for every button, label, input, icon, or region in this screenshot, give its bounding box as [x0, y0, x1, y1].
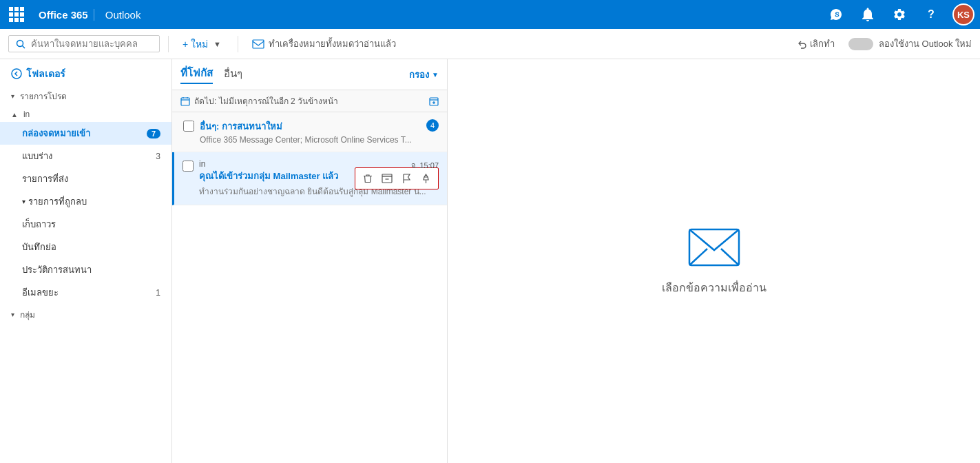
junk-badge: 1 — [156, 288, 160, 298]
flag-email-button[interactable] — [398, 170, 415, 187]
search-bar[interactable] — [8, 35, 160, 52]
svg-rect-13 — [382, 174, 392, 176]
favorites-chevron: ▾ — [11, 92, 14, 100]
in-chevron: ▲ — [11, 111, 18, 119]
folders-header[interactable]: โฟลเดอร์ — [0, 59, 171, 85]
skype-icon[interactable] — [826, 4, 846, 25]
email-folder-2: in — [199, 159, 205, 169]
svg-point-3 — [12, 69, 21, 79]
tab-focused[interactable]: ที่โฟกัส — [180, 65, 213, 84]
undo-label: เลิกทำ — [810, 37, 835, 51]
sidebar-item-deleted[interactable]: ▾ รายการที่ถูกลบ — [0, 190, 171, 213]
email-time-2: จ. 15:07 — [411, 159, 439, 172]
sidebar: โฟลเดอร์ ▾ รายการโปรด ▲ in กล่องจดหมายเข… — [0, 59, 172, 463]
svg-line-1 — [23, 45, 25, 48]
next-event-label: ถัดไป: ไม่มีเหตุการณ์ในอีก 2 วันข้างหน้า — [194, 94, 338, 107]
bell-icon[interactable] — [857, 4, 878, 25]
office-suite-label[interactable]: Office 365 — [33, 9, 94, 21]
sidebar-item-archive[interactable]: เก็บถาวร — [0, 213, 171, 236]
calendar-add-icon[interactable] — [429, 96, 439, 106]
history-label: ประวัติการสนทนา — [22, 263, 92, 277]
new-label: + ใหม่ — [183, 37, 208, 52]
drafts-badge: 3 — [156, 152, 160, 161]
calendar-icon — [180, 96, 190, 106]
sidebar-item-drafts[interactable]: แบบร่าง 3 — [0, 145, 171, 167]
main-layout: โฟลเดอร์ ▾ รายการโปรด ▲ in กล่องจดหมายเข… — [0, 59, 980, 463]
sidebar-item-sent[interactable]: รายการที่ส่ง — [0, 167, 171, 190]
inbox-label: กล่องจดหมายเข้า — [22, 126, 90, 141]
email-sender-1: อื่นๆ: การสนทนาใหม่ — [200, 119, 282, 134]
svg-rect-4 — [181, 98, 189, 105]
svg-line-15 — [689, 249, 707, 265]
archive-email-button[interactable] — [379, 170, 395, 187]
new-dropdown-arrow[interactable]: ▼ — [211, 37, 224, 51]
drafts-label: แบบร่าง — [22, 149, 52, 163]
sidebar-item-inbox[interactable]: กล่องจดหมายเข้า 7 — [0, 122, 171, 145]
toolbar-divider-2 — [238, 36, 238, 52]
notes-label: บันทึกย่อ — [22, 240, 56, 254]
folders-label: โฟลเดอร์ — [26, 66, 65, 81]
main-toolbar: + ใหม่ ▼ ทำเครื่องหมายทั้งหมดว่าอ่านแล้ว… — [0, 29, 980, 59]
new-outlook-toggle[interactable] — [848, 38, 873, 50]
help-icon[interactable]: ? — [921, 4, 941, 25]
undo-icon — [797, 39, 807, 49]
tab-other[interactable]: อื่นๆ — [224, 65, 242, 83]
deleted-label: รายการที่ถูกลบ — [28, 194, 87, 209]
undo-button[interactable]: เลิกทำ — [792, 34, 840, 54]
filter-label: กรอง — [409, 68, 429, 82]
deleted-chevron: ▾ — [22, 198, 25, 205]
email-content-1: อื่นๆ: การสนทนาใหม่ 4 Office 365 Message… — [200, 119, 439, 145]
reading-pane-empty-state: เลือกข้อความเพื่ออ่าน — [662, 227, 767, 296]
email-list-header: ที่โฟกัส อื่นๆ กรอง ▼ — [172, 59, 447, 90]
app-name-label: Outlook — [100, 9, 147, 21]
filter-button[interactable]: กรอง ▼ — [409, 68, 439, 82]
sent-label: รายการที่ส่ง — [22, 172, 68, 186]
sidebar-item-junk[interactable]: อีเมลขยะ 1 — [0, 281, 171, 304]
svg-line-16 — [721, 249, 739, 265]
inbox-badge: 7 — [147, 129, 160, 138]
archive-label: เก็บถาวร — [22, 217, 56, 232]
email-count-1: 4 — [426, 119, 439, 132]
user-avatar[interactable]: KS — [952, 3, 974, 25]
settings-icon[interactable] — [889, 4, 910, 25]
toolbar-divider-1 — [168, 36, 169, 52]
search-icon — [16, 39, 25, 49]
pin-email-button[interactable] — [417, 170, 434, 187]
waffle-menu[interactable] — [6, 3, 28, 25]
envelope-check-icon — [252, 39, 264, 49]
new-email-button[interactable]: + ใหม่ ▼ — [177, 34, 229, 54]
email-preview-1: Office 365 Message Center; Microsoft Onl… — [200, 135, 439, 145]
email-item-2[interactable]: in คุณได้เข้าร่วมกลุ่ม Mailmaster แล้ว ท… — [172, 152, 447, 205]
delete-email-button[interactable] — [359, 170, 376, 187]
svg-rect-2 — [253, 40, 264, 48]
email-checkbox-1[interactable] — [183, 121, 194, 132]
favorites-label: รายการโปรด — [20, 90, 67, 103]
back-icon — [11, 68, 22, 79]
email-item-1[interactable]: อื่นๆ: การสนทนาใหม่ 4 Office 365 Message… — [172, 112, 447, 152]
junk-label: อีเมลขยะ — [22, 285, 59, 300]
reading-pane: เลือกข้อความเพื่ออ่าน — [448, 59, 980, 463]
sidebar-section-in[interactable]: ▲ in — [0, 105, 171, 122]
email-checkbox-2[interactable] — [183, 161, 194, 172]
sidebar-section-groups[interactable]: ▾ กลุ่ม — [0, 304, 171, 324]
in-label: in — [23, 110, 30, 119]
mark-all-read-label: ทำเครื่องหมายทั้งหมดว่าอ่านแล้ว — [269, 37, 396, 51]
toggle-label: ลองใช้งาน Outlook ใหม่ — [879, 37, 972, 51]
new-outlook-toggle-container: ลองใช้งาน Outlook ใหม่ — [848, 37, 972, 51]
groups-chevron: ▾ — [11, 311, 14, 318]
empty-envelope-icon — [687, 227, 742, 268]
groups-label: กลุ่ม — [20, 308, 35, 321]
search-input[interactable] — [31, 39, 148, 49]
next-event-bar: ถัดไป: ไม่มีเหตุการณ์ในอีก 2 วันข้างหน้า — [172, 90, 447, 112]
filter-chevron: ▼ — [432, 71, 439, 79]
mark-all-read-button[interactable]: ทำเครื่องหมายทั้งหมดว่าอ่านแล้ว — [247, 34, 402, 54]
email-list-panel: ที่โฟกัส อื่นๆ กรอง ▼ ถัดไป: ไม่มีเหตุกา… — [172, 59, 448, 463]
svg-point-0 — [17, 40, 23, 46]
sidebar-section-favorites[interactable]: ▾ รายการโปรด — [0, 85, 171, 105]
sidebar-item-notes[interactable]: บันทึกย่อ — [0, 236, 171, 258]
sidebar-item-history[interactable]: ประวัติการสนทนา — [0, 258, 171, 281]
top-nav: Office 365 Outlook ? KS — [0, 0, 980, 29]
reading-pane-empty-label: เลือกข้อความเพื่ออ่าน — [662, 279, 767, 296]
